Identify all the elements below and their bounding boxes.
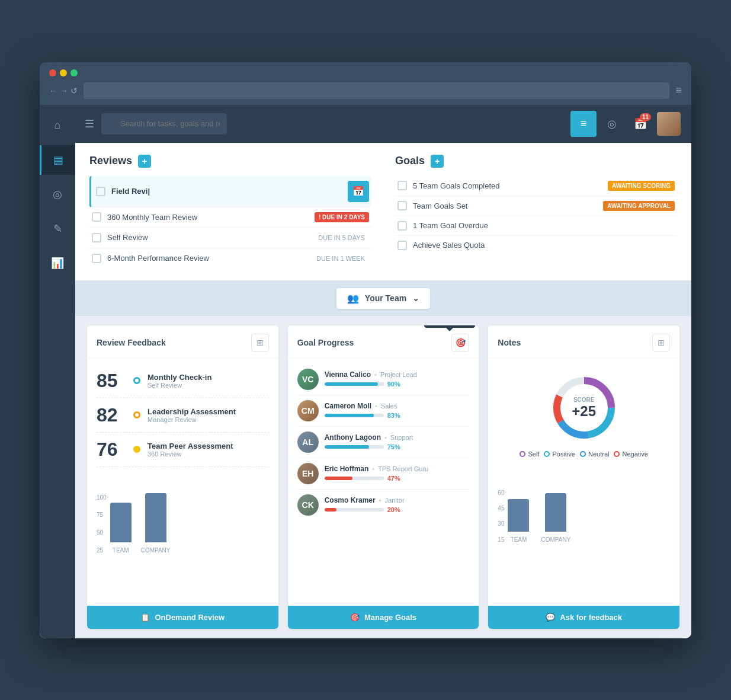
reviews-title: Reviews	[89, 155, 132, 167]
review-label: 6-Month Performance Review	[107, 254, 306, 263]
list-view-button[interactable]: ≡	[570, 111, 597, 137]
review-label: 360 Monthly Team Review	[107, 213, 309, 222]
table-icon: ⊞	[257, 338, 264, 347]
add-review-button[interactable]: +	[138, 155, 151, 168]
notes-icon-btn[interactable]: ⊞	[652, 334, 670, 351]
goal-checkbox[interactable]	[397, 221, 407, 231]
review-footer-icon: 📋	[140, 613, 150, 622]
goal-item: 1 Team Goal Overdue	[395, 216, 677, 236]
review-checkbox[interactable]	[92, 254, 101, 263]
browser-toolbar: ← → ↺ ≡	[49, 82, 682, 105]
review-item: 360 Monthly Team Review ! DUE IN 2 DAYS	[89, 207, 371, 228]
forward-button[interactable]: →	[60, 86, 68, 95]
review-item: 6-Month Performance Review DUE IN 1 WEEK	[89, 248, 371, 269]
eric-pct: 47%	[387, 475, 400, 482]
maximize-dot[interactable]	[70, 69, 78, 76]
vienna-role: Project Lead	[380, 371, 417, 378]
goal-item: Achieve Sales Quota	[395, 236, 677, 255]
ondemand-review-button[interactable]: 📋 OnDemand Review	[87, 606, 278, 629]
score-type-1: Self Review	[148, 382, 211, 389]
cosmo-progress-bar	[325, 508, 384, 512]
legend-dot-neutral	[580, 451, 586, 457]
sidebar-item-reviews[interactable]: ▤	[40, 145, 75, 175]
bar-team: 67	[110, 503, 132, 542]
back-button[interactable]: ←	[49, 86, 57, 95]
vienna-name: Vienna Calico	[325, 370, 371, 379]
review-feedback-body: 85 Monthly Check-in Self Review 82	[87, 358, 278, 606]
dot-sep: •	[372, 465, 374, 472]
goal-person-eric: EH Eric Hoffman • TPS Report Guru	[297, 458, 470, 490]
y-label: 30	[498, 520, 504, 527]
vienna-info: Vienna Calico • Project Lead 90%	[325, 370, 470, 388]
sidebar: ⌂ ▤ ◎ ✎ 📊	[40, 105, 75, 638]
cameron-progress-bar	[325, 414, 384, 417]
sidebar-item-goals[interactable]: ◎	[40, 180, 75, 209]
notes-body: SCORE +25 Self	[488, 358, 679, 606]
cosmo-role: Janitor	[385, 497, 405, 504]
sidebar-item-analytics[interactable]: 📊	[40, 248, 75, 278]
browser-chrome: ← → ↺ ≡	[40, 62, 691, 105]
reviews-icon: ▤	[53, 154, 63, 167]
notification-badge: 11	[640, 113, 651, 121]
calendar-button[interactable]: 📅 11	[627, 111, 653, 137]
ask-feedback-button[interactable]: 💬 Ask for feedback	[488, 606, 679, 629]
vienna-progress: 90%	[325, 381, 470, 388]
score-row-3: 76 Team Peer Assessment 360 Review	[97, 433, 269, 467]
browser-menu-icon[interactable]: ≡	[675, 84, 682, 97]
score-label: SCORE	[572, 396, 596, 402]
legend-dot-self	[520, 451, 525, 457]
calendar-icon-box[interactable]: 📅	[348, 181, 369, 202]
nav-arrows: ← → ↺	[49, 86, 78, 95]
browser-window: ← → ↺ ≡ ⌂ ▤ ◎ ✎ 📊	[40, 62, 691, 638]
bar-group-notes-company: +47 COMPANY	[541, 493, 570, 543]
anthony-info: Anthony Lagoon • Support 75%	[325, 433, 470, 450]
goal-checkbox[interactable]	[397, 181, 407, 190]
y-label: 100	[97, 494, 107, 501]
donut-wrapper: SCORE +25	[498, 364, 670, 448]
search-input[interactable]	[101, 113, 227, 135]
goals-title: Goals	[395, 155, 425, 167]
goal-checkbox[interactable]	[397, 201, 407, 210]
set-goal-icon-btn[interactable]: 🎯	[451, 334, 469, 351]
score-row-2: 82 Leadership Assessment Manager Review	[97, 398, 269, 433]
vienna-avatar: VC	[297, 369, 319, 390]
notes-header: Notes ⊞	[488, 325, 679, 358]
review-feedback-icon-btn[interactable]: ⊞	[251, 334, 269, 351]
minimize-dot[interactable]	[60, 69, 67, 76]
manage-goals-button[interactable]: 🎯 Manage Goals	[288, 606, 479, 629]
review-checkbox[interactable]	[96, 187, 105, 196]
hamburger-icon[interactable]: ☰	[85, 117, 94, 130]
set-goal-wrapper: 🎯 SET A GOAL	[451, 334, 469, 351]
review-checkbox[interactable]	[92, 233, 101, 242]
dot-sep: •	[384, 434, 387, 441]
score-name-2: Leadership Assessment	[148, 407, 236, 416]
app-layout: ⌂ ▤ ◎ ✎ 📊 ☰ 🔍	[40, 105, 691, 638]
eric-name: Eric Hoffman	[325, 465, 369, 473]
user-avatar	[657, 112, 681, 136]
address-bar[interactable]	[84, 82, 669, 99]
anthony-fill	[325, 445, 369, 449]
target-button[interactable]: ◎	[599, 111, 625, 137]
sidebar-item-home[interactable]: ⌂	[40, 111, 75, 140]
user-avatar-button[interactable]	[656, 111, 682, 137]
add-goal-button[interactable]: +	[431, 155, 444, 168]
close-dot[interactable]	[49, 69, 56, 76]
home-icon: ⌂	[54, 119, 61, 132]
anthony-progress: 75%	[325, 443, 470, 450]
sidebar-item-notes[interactable]: ✎	[40, 214, 75, 244]
team-selector[interactable]: 👥 Your Team ⌄	[336, 288, 430, 309]
list-icon: ≡	[581, 117, 587, 130]
analytics-icon: 📊	[51, 257, 64, 270]
review-feedback-title: Review Feedback	[97, 338, 166, 347]
y-label: 15	[498, 536, 504, 543]
review-item: Self Review DUE IN 5 DAYS	[89, 228, 371, 248]
cameron-name: Cameron Moll	[325, 402, 371, 410]
eric-progress: 47%	[325, 475, 470, 482]
reviews-panel-header: Reviews +	[89, 155, 371, 168]
legend-label-positive: Positive	[552, 450, 575, 458]
cosmo-name: Cosmo Kramer	[325, 496, 376, 504]
goal-checkbox[interactable]	[397, 241, 407, 250]
bar-notes-company: +47	[545, 493, 566, 532]
refresh-button[interactable]: ↺	[70, 86, 78, 95]
review-checkbox[interactable]	[92, 212, 101, 222]
